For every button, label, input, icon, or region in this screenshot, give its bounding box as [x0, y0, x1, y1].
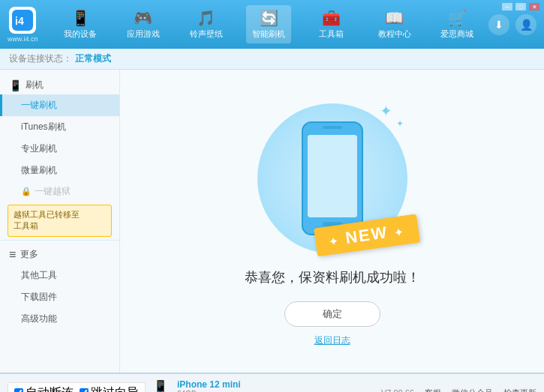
phone-illustration: ✦ ✦ ✦ NEW ✦ — [257, 96, 407, 261]
sidebar-item-micro-flash[interactable]: 微量刷机 — [0, 160, 119, 181]
service-link[interactable]: 客服 — [425, 388, 441, 393]
header-right: ⬇ 👤 — [488, 14, 536, 35]
new-badge-text: NEW — [344, 223, 389, 247]
nav-tools[interactable]: 🧰 工具箱 — [309, 5, 354, 43]
sidebar-item-onekey-flash[interactable]: 一键刷机 — [0, 94, 119, 116]
download-button[interactable]: ⬇ — [488, 14, 509, 35]
device-info-row: 📱 iPhone 12 mini 64GB Down-12mini-13,1 — [153, 379, 241, 392]
sidebar-item-pro-flash[interactable]: 专业刷机 — [0, 138, 119, 160]
auto-close-input[interactable] — [14, 388, 23, 392]
sidebar-item-itunes-flash[interactable]: iTunes刷机 — [0, 116, 119, 138]
jailbreak-notice-text: 越狱工具已转移至工具箱 — [14, 210, 80, 230]
auto-close-label: 自动断连 — [26, 385, 74, 393]
wallpaper-icon: 🎵 — [197, 9, 215, 27]
content-area: ✦ ✦ ✦ NEW ✦ — [120, 70, 544, 373]
lock-icon: 🔒 — [21, 187, 32, 196]
wallpaper-label: 铃声壁纸 — [190, 28, 223, 40]
new-badge-sparkle-left: ✦ — [329, 235, 341, 248]
nav-ai-store[interactable]: 🛒 爱思商城 — [434, 5, 479, 43]
smart-store-icon: 🔄 — [260, 9, 278, 27]
jailbreak-label: 一键越狱 — [35, 185, 71, 198]
device-info: iPhone 12 mini 64GB Down-12mini-13,1 — [177, 379, 241, 392]
more-section-icon: ≡ — [9, 248, 16, 262]
micro-flash-label: 微量刷机 — [21, 165, 57, 175]
skip-wizard-label: 跳过向导 — [91, 385, 139, 393]
nav-apps-games[interactable]: 🎮 应用游戏 — [121, 5, 166, 43]
status-label: 设备连接状态： — [9, 52, 72, 65]
sidebar-divider — [0, 240, 119, 241]
advanced-label: 高级功能 — [21, 313, 57, 324]
onekey-flash-label: 一键刷机 — [21, 100, 57, 110]
sidebar-item-jailbreak: 🔒 一键越狱 — [0, 181, 119, 202]
ai-store-label: 爱思商城 — [440, 28, 473, 40]
phone-svg — [299, 118, 366, 238]
sidebar: 📱 刷机 一键刷机 iTunes刷机 专业刷机 微量刷机 🔒 一键越狱 越狱工具… — [0, 70, 120, 373]
svg-rect-6 — [308, 135, 357, 217]
apps-games-label: 应用游戏 — [127, 28, 160, 40]
version-text: V7.98.66 — [381, 388, 414, 392]
tutorial-icon: 📖 — [385, 9, 404, 27]
status-value: 正常模式 — [75, 52, 111, 65]
close-button[interactable]: ✕ — [529, 3, 539, 10]
my-device-icon: 📱 — [71, 9, 90, 27]
flash-section-icon: 📱 — [9, 79, 21, 91]
tools-label: 工具箱 — [319, 28, 344, 40]
tutorial-label: 教程中心 — [378, 28, 411, 40]
more-section-label: 更多 — [20, 248, 38, 261]
flash-section-label: 刷机 — [26, 79, 44, 91]
device-name: iPhone 12 mini — [177, 379, 241, 390]
logo-subtitle: www.i4.cn — [8, 35, 38, 43]
back-log-link[interactable]: 返回日志 — [314, 334, 350, 347]
header: i4 www.i4.cn 📱 我的设备 🎮 应用游戏 🎵 铃声壁纸 🔄 智能刷机 — [0, 0, 544, 49]
pro-flash-label: 专业刷机 — [21, 143, 57, 154]
user-button[interactable]: 👤 — [515, 14, 536, 35]
smart-store-label: 智能刷机 — [252, 28, 285, 40]
apps-games-icon: 🎮 — [134, 9, 152, 27]
nav-my-device[interactable]: 📱 我的设备 — [58, 5, 103, 43]
logo-icon: i4 — [9, 7, 36, 34]
confirm-button[interactable]: 确定 — [284, 301, 380, 327]
main-layout: 📱 刷机 一键刷机 iTunes刷机 专业刷机 微量刷机 🔒 一键越狱 越狱工具… — [0, 70, 544, 373]
skip-wizard-input[interactable] — [80, 388, 89, 392]
svg-text:i4: i4 — [15, 15, 24, 27]
new-badge-sparkle-right: ✦ — [393, 225, 405, 238]
other-tools-label: 其他工具 — [21, 270, 57, 280]
status-bar: 设备连接状态： 正常模式 — [0, 49, 544, 70]
my-device-label: 我的设备 — [64, 28, 97, 40]
sparkle-top: ✦ — [380, 102, 392, 120]
sidebar-item-download-fw[interactable]: 下载固件 — [0, 286, 119, 308]
device-icon: 📱 — [153, 379, 168, 392]
minimize-button[interactable]: ─ — [502, 3, 512, 10]
restore-button[interactable]: □ — [515, 3, 526, 10]
sidebar-section-flash: 📱 刷机 — [0, 74, 119, 94]
skip-wizard-checkbox[interactable]: 跳过向导 — [80, 385, 139, 393]
download-fw-label: 下载固件 — [21, 292, 57, 302]
jailbreak-notice: 越狱工具已转移至工具箱 — [8, 205, 112, 237]
app-logo: i4 www.i4.cn — [8, 7, 38, 43]
nav-smart-store[interactable]: 🔄 智能刷机 — [246, 5, 291, 43]
sparkle-right: ✦ — [396, 118, 404, 129]
check-update-link[interactable]: 检查更新 — [503, 388, 536, 393]
itunes-flash-label: iTunes刷机 — [21, 121, 66, 132]
ai-store-icon: 🛒 — [448, 9, 467, 27]
main-nav: 📱 我的设备 🎮 应用游戏 🎵 铃声壁纸 🔄 智能刷机 🧰 工具箱 📖 — [50, 5, 488, 43]
sidebar-item-advanced[interactable]: 高级功能 — [0, 308, 119, 330]
tools-icon: 🧰 — [322, 9, 341, 27]
sidebar-item-other-tools[interactable]: 其他工具 — [0, 265, 119, 286]
sidebar-section-more: ≡ 更多 — [0, 244, 119, 265]
nav-wallpaper[interactable]: 🎵 铃声壁纸 — [184, 5, 229, 43]
success-text: 恭喜您，保资料刷机成功啦！ — [245, 268, 420, 286]
nav-tutorial[interactable]: 📖 教程中心 — [372, 5, 417, 43]
auto-close-checkbox[interactable]: 自动断连 — [14, 385, 74, 393]
svg-rect-5 — [323, 126, 342, 129]
wechat-link[interactable]: 微信公众号 — [452, 388, 493, 393]
